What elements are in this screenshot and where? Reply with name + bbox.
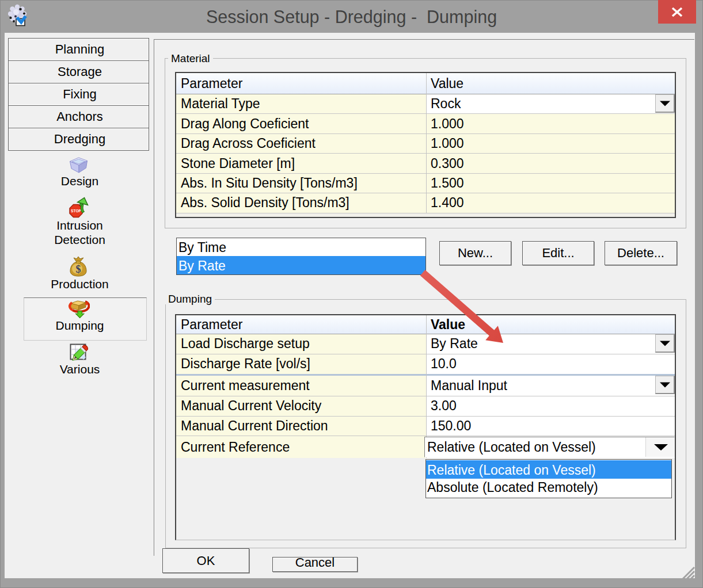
svg-text:$: $ xyxy=(76,264,81,275)
svg-text:STOP: STOP xyxy=(71,209,81,213)
